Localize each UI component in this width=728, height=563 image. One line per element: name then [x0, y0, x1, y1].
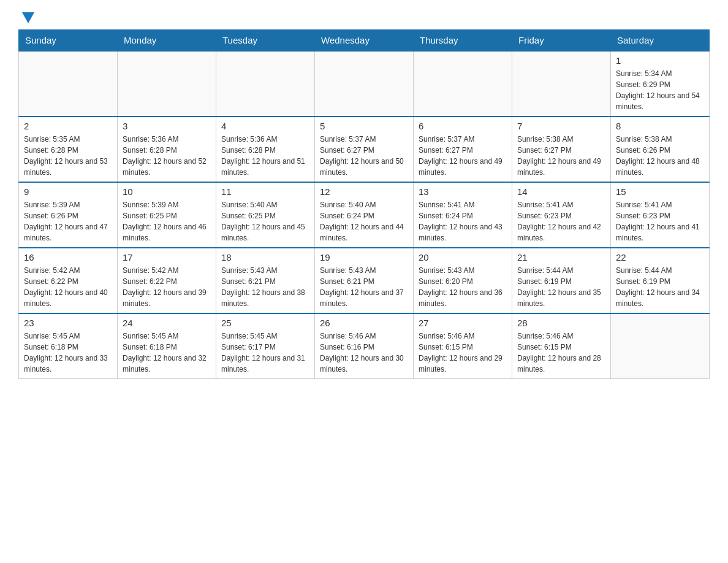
- day-number: 14: [517, 186, 605, 197]
- calendar-day-cell: 1Sunrise: 5:34 AMSunset: 6:29 PMDaylight…: [611, 51, 710, 117]
- day-info: Sunrise: 5:44 AMSunset: 6:19 PMDaylight:…: [517, 265, 605, 309]
- calendar-day-cell: 24Sunrise: 5:45 AMSunset: 6:18 PMDayligh…: [118, 313, 216, 379]
- day-info: Sunrise: 5:42 AMSunset: 6:22 PMDaylight:…: [123, 265, 211, 309]
- weekday-header-sunday: Sunday: [19, 30, 118, 52]
- day-info: Sunrise: 5:46 AMSunset: 6:15 PMDaylight:…: [517, 331, 605, 375]
- calendar-day-cell: 28Sunrise: 5:46 AMSunset: 6:15 PMDayligh…: [512, 313, 611, 379]
- day-number: 20: [419, 252, 507, 262]
- calendar-day-cell: 10Sunrise: 5:39 AMSunset: 6:25 PMDayligh…: [118, 182, 216, 248]
- day-info: Sunrise: 5:36 AMSunset: 6:28 PMDaylight:…: [123, 134, 211, 178]
- weekday-header-tuesday: Tuesday: [216, 30, 315, 52]
- calendar-day-cell: 22Sunrise: 5:44 AMSunset: 6:19 PMDayligh…: [611, 248, 710, 313]
- page-header: [18, 12, 710, 23]
- day-number: 8: [616, 121, 704, 131]
- day-number: 19: [320, 252, 408, 262]
- calendar-day-cell: 20Sunrise: 5:43 AMSunset: 6:20 PMDayligh…: [414, 248, 512, 313]
- calendar-week-row: 16Sunrise: 5:42 AMSunset: 6:22 PMDayligh…: [19, 248, 710, 313]
- day-info: Sunrise: 5:43 AMSunset: 6:21 PMDaylight:…: [320, 265, 408, 309]
- calendar-day-cell: [414, 51, 512, 117]
- calendar-day-cell: [216, 51, 315, 117]
- calendar-day-cell: 27Sunrise: 5:46 AMSunset: 6:15 PMDayligh…: [414, 313, 512, 379]
- day-number: 12: [320, 186, 408, 197]
- calendar-day-cell: 3Sunrise: 5:36 AMSunset: 6:28 PMDaylight…: [118, 117, 216, 182]
- day-number: 26: [320, 318, 408, 328]
- day-number: 16: [24, 252, 112, 262]
- day-info: Sunrise: 5:46 AMSunset: 6:16 PMDaylight:…: [320, 331, 408, 375]
- day-number: 27: [419, 318, 507, 328]
- day-number: 1: [616, 55, 704, 66]
- day-number: 21: [517, 252, 605, 262]
- day-info: Sunrise: 5:41 AMSunset: 6:23 PMDaylight:…: [616, 199, 704, 243]
- calendar-day-cell: 15Sunrise: 5:41 AMSunset: 6:23 PMDayligh…: [611, 182, 710, 248]
- day-number: 23: [24, 318, 112, 328]
- calendar-day-cell: [118, 51, 216, 117]
- day-info: Sunrise: 5:38 AMSunset: 6:27 PMDaylight:…: [517, 134, 605, 178]
- calendar-day-cell: 16Sunrise: 5:42 AMSunset: 6:22 PMDayligh…: [19, 248, 118, 313]
- day-info: Sunrise: 5:45 AMSunset: 6:18 PMDaylight:…: [24, 331, 112, 375]
- day-number: 17: [123, 252, 211, 262]
- day-number: 13: [419, 186, 507, 197]
- day-info: Sunrise: 5:39 AMSunset: 6:26 PMDaylight:…: [24, 199, 112, 243]
- calendar-day-cell: 21Sunrise: 5:44 AMSunset: 6:19 PMDayligh…: [512, 248, 611, 313]
- day-info: Sunrise: 5:42 AMSunset: 6:22 PMDaylight:…: [24, 265, 112, 309]
- day-info: Sunrise: 5:40 AMSunset: 6:25 PMDaylight:…: [221, 199, 309, 243]
- day-info: Sunrise: 5:37 AMSunset: 6:27 PMDaylight:…: [320, 134, 408, 178]
- day-number: 24: [123, 318, 211, 328]
- calendar-day-cell: 23Sunrise: 5:45 AMSunset: 6:18 PMDayligh…: [19, 313, 118, 379]
- weekday-header-friday: Friday: [512, 30, 611, 52]
- day-number: 18: [221, 252, 309, 262]
- calendar-day-cell: 6Sunrise: 5:37 AMSunset: 6:27 PMDaylight…: [414, 117, 512, 182]
- calendar-day-cell: 9Sunrise: 5:39 AMSunset: 6:26 PMDaylight…: [19, 182, 118, 248]
- weekday-header-wednesday: Wednesday: [315, 30, 414, 52]
- calendar-day-cell: 18Sunrise: 5:43 AMSunset: 6:21 PMDayligh…: [216, 248, 315, 313]
- weekday-header-monday: Monday: [118, 30, 216, 52]
- day-info: Sunrise: 5:43 AMSunset: 6:20 PMDaylight:…: [419, 265, 507, 309]
- calendar-day-cell: [315, 51, 414, 117]
- day-info: Sunrise: 5:37 AMSunset: 6:27 PMDaylight:…: [419, 134, 507, 178]
- day-info: Sunrise: 5:40 AMSunset: 6:24 PMDaylight:…: [320, 199, 408, 243]
- day-number: 28: [517, 318, 605, 328]
- calendar-day-cell: [611, 313, 710, 379]
- calendar-day-cell: 12Sunrise: 5:40 AMSunset: 6:24 PMDayligh…: [315, 182, 414, 248]
- day-number: 22: [616, 252, 704, 262]
- day-number: 10: [123, 186, 211, 197]
- day-info: Sunrise: 5:41 AMSunset: 6:24 PMDaylight:…: [419, 199, 507, 243]
- day-info: Sunrise: 5:39 AMSunset: 6:25 PMDaylight:…: [123, 199, 211, 243]
- day-info: Sunrise: 5:44 AMSunset: 6:19 PMDaylight:…: [616, 265, 704, 309]
- calendar-day-cell: 11Sunrise: 5:40 AMSunset: 6:25 PMDayligh…: [216, 182, 315, 248]
- day-number: 4: [221, 121, 309, 131]
- calendar-day-cell: 17Sunrise: 5:42 AMSunset: 6:22 PMDayligh…: [118, 248, 216, 313]
- calendar-day-cell: 7Sunrise: 5:38 AMSunset: 6:27 PMDaylight…: [512, 117, 611, 182]
- calendar-week-row: 23Sunrise: 5:45 AMSunset: 6:18 PMDayligh…: [19, 313, 710, 379]
- day-number: 3: [123, 121, 211, 131]
- day-number: 25: [221, 318, 309, 328]
- day-number: 6: [419, 121, 507, 131]
- day-info: Sunrise: 5:35 AMSunset: 6:28 PMDaylight:…: [24, 134, 112, 178]
- day-number: 9: [24, 186, 112, 197]
- calendar-day-cell: 2Sunrise: 5:35 AMSunset: 6:28 PMDaylight…: [19, 117, 118, 182]
- day-number: 11: [221, 186, 309, 197]
- day-info: Sunrise: 5:38 AMSunset: 6:26 PMDaylight:…: [616, 134, 704, 178]
- calendar-week-row: 1Sunrise: 5:34 AMSunset: 6:29 PMDaylight…: [19, 51, 710, 117]
- day-info: Sunrise: 5:46 AMSunset: 6:15 PMDaylight:…: [419, 331, 507, 375]
- calendar-day-cell: 4Sunrise: 5:36 AMSunset: 6:28 PMDaylight…: [216, 117, 315, 182]
- calendar-header-row: SundayMondayTuesdayWednesdayThursdayFrid…: [19, 30, 710, 52]
- logo: [18, 12, 34, 23]
- calendar-week-row: 2Sunrise: 5:35 AMSunset: 6:28 PMDaylight…: [19, 117, 710, 182]
- logo-blue-text: [18, 12, 34, 23]
- calendar-week-row: 9Sunrise: 5:39 AMSunset: 6:26 PMDaylight…: [19, 182, 710, 248]
- calendar-day-cell: 25Sunrise: 5:45 AMSunset: 6:17 PMDayligh…: [216, 313, 315, 379]
- calendar-day-cell: [512, 51, 611, 117]
- calendar-day-cell: [19, 51, 118, 117]
- calendar-day-cell: 8Sunrise: 5:38 AMSunset: 6:26 PMDaylight…: [611, 117, 710, 182]
- day-info: Sunrise: 5:34 AMSunset: 6:29 PMDaylight:…: [616, 68, 704, 112]
- calendar-day-cell: 14Sunrise: 5:41 AMSunset: 6:23 PMDayligh…: [512, 182, 611, 248]
- day-number: 7: [517, 121, 605, 131]
- weekday-header-thursday: Thursday: [414, 30, 512, 52]
- day-info: Sunrise: 5:36 AMSunset: 6:28 PMDaylight:…: [221, 134, 309, 178]
- day-info: Sunrise: 5:45 AMSunset: 6:17 PMDaylight:…: [221, 331, 309, 375]
- calendar-table: SundayMondayTuesdayWednesdayThursdayFrid…: [18, 29, 710, 379]
- logo-triangle-icon: [22, 12, 34, 23]
- day-number: 2: [24, 121, 112, 131]
- day-info: Sunrise: 5:41 AMSunset: 6:23 PMDaylight:…: [517, 199, 605, 243]
